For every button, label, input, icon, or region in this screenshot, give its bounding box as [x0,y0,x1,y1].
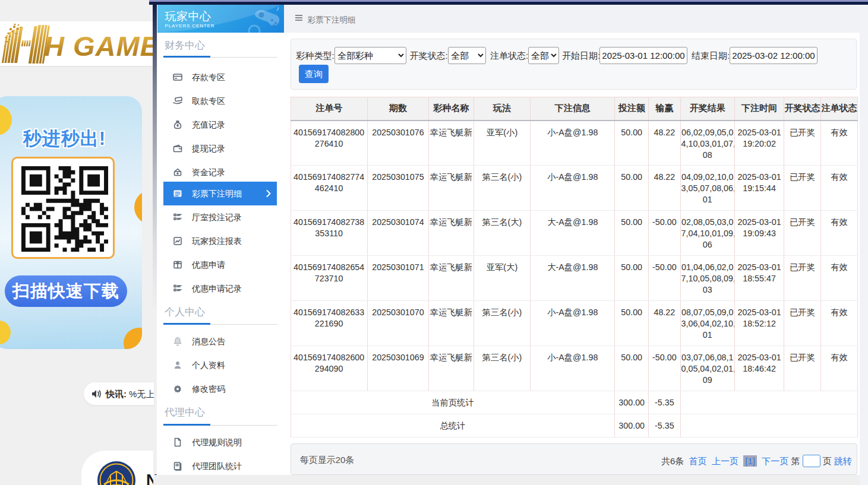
svg-text:H GAME: H GAME [44,30,154,62]
